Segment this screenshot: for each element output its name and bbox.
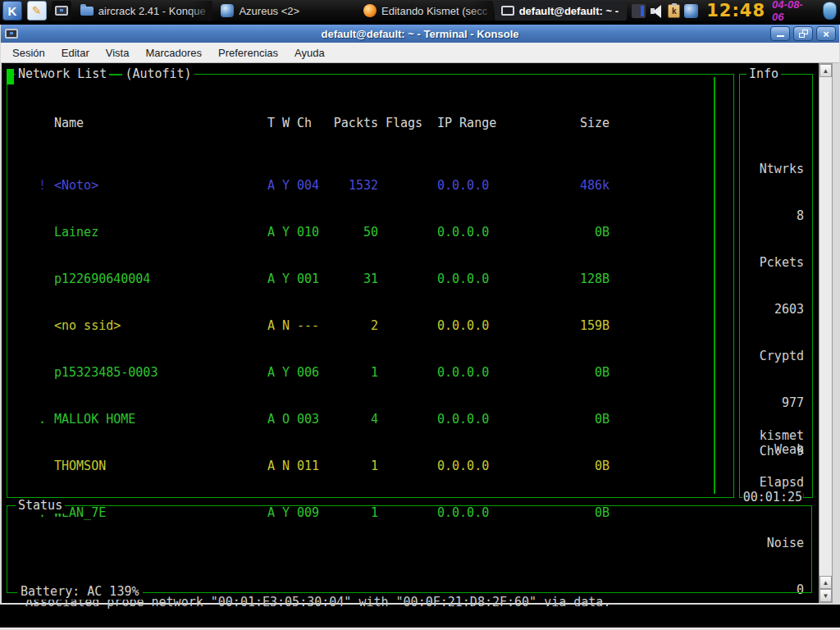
info-panel: Info Ntwrks 8 Pckets 2603 Cryptd 977 Wea…: [739, 74, 813, 498]
network-row: Lainez A Y 010 50 0.0.0.0 0B: [7, 225, 733, 240]
menu-editar[interactable]: Editar: [55, 44, 96, 62]
date[interactable]: 04-08-06: [772, 0, 815, 23]
stat-value: 8: [740, 208, 804, 224]
volume-tray-icon[interactable]: [650, 4, 664, 18]
taskbar: K ✎ aircrack 2.41 - Konque Azureus <2> E…: [0, 0, 840, 23]
menu-ayuda[interactable]: Ayuda: [288, 44, 331, 62]
taskbar-task-konqueror[interactable]: aircrack 2.41 - Konque: [74, 1, 213, 21]
network-list-mode: (Autofit): [122, 66, 194, 82]
stat-value: 977: [740, 395, 804, 411]
info-panel-title: Info: [746, 66, 781, 82]
task-label: Azureus <2>: [239, 5, 299, 17]
status-panel: Status Associated probe network "00:01:E…: [7, 505, 812, 593]
network-list-header: Name T W Ch Packts Flags IP Range Size: [7, 116, 733, 131]
close-button[interactable]: ×: [816, 26, 836, 41]
info-elapsed-label: Elapsd: [760, 475, 804, 491]
maximize-icon: [799, 30, 808, 38]
task-label: aircrack 2.41 - Konque: [98, 5, 206, 17]
taskbar-task-konsole[interactable]: default@default: ~ -: [495, 1, 628, 21]
info-server: kismet: [760, 428, 804, 444]
task-label: Editando Kismet (secc: [381, 5, 487, 17]
network-row: p15323485-0003 A Y 006 1 0.0.0.0 0B: [7, 365, 733, 381]
terminal-icon: [501, 6, 514, 16]
network-row: THOMSON A N 011 1 0.0.0.0 0B: [7, 459, 733, 474]
azureus-icon: [221, 4, 234, 17]
info-elapsed-time: 00:01:25: [742, 490, 803, 505]
terminal-cursor: [7, 69, 14, 84]
window-icon: [5, 29, 18, 39]
stat-label: Ntwrks: [740, 162, 804, 177]
menu-preferencias[interactable]: Preferencias: [212, 44, 285, 62]
scroll-up-button[interactable]: ▲: [819, 64, 832, 77]
network-row: ! <Noto> A Y 004 1532 0.0.0.0 486k: [7, 178, 733, 194]
menu-vista[interactable]: Vista: [99, 44, 136, 62]
klipper-tray-icon[interactable]: k: [668, 4, 680, 18]
window-title: default@default: ~ - Terminal - Konsole: [1, 28, 839, 40]
close-icon: ×: [823, 29, 829, 39]
arrow-up-icon: ▲: [823, 579, 829, 587]
network-monitor-tray-icon[interactable]: [632, 4, 646, 18]
scroll-up-button-bottom[interactable]: ▲: [819, 576, 832, 589]
menubar: Sesión Editar Vista Marcadores Preferenc…: [1, 43, 839, 63]
terminal-screen[interactable]: Network List (Autofit) Name T W Ch Packt…: [2, 63, 819, 603]
system-launcher-icon[interactable]: [52, 1, 71, 21]
konsole-window: default@default: ~ - Terminal - Konsole …: [0, 25, 840, 605]
network-list-panel: Network List (Autofit) Name T W Ch Packt…: [7, 74, 734, 498]
folder-icon: [80, 7, 94, 16]
arrow-down-icon: ▼: [823, 592, 829, 600]
notes-launcher-icon[interactable]: ✎: [27, 1, 47, 21]
network-row: p122690640004 A Y 001 31 0.0.0.0 128B: [7, 272, 733, 287]
taskbar-task-firefox[interactable]: Editando Kismet (secc: [357, 1, 493, 21]
status-line: Associated probe network "00:01:E3:05:30…: [25, 595, 811, 610]
network-row: <no ssid> A N --- 2 0.0.0.0 159B: [7, 318, 733, 334]
clock[interactable]: 12:48: [706, 1, 765, 21]
maximize-button[interactable]: [793, 26, 813, 41]
minimize-button[interactable]: [770, 26, 790, 41]
monitor-icon: [55, 6, 68, 16]
info-channel: Ch: 9: [760, 444, 804, 459]
kde-menu-icon[interactable]: K: [2, 1, 22, 21]
firefox-icon: [363, 4, 377, 17]
border-dash: [109, 74, 122, 75]
terminal-scrollbar[interactable]: ▲ ▲ ▼: [819, 63, 833, 603]
jug-tray-icon[interactable]: [823, 2, 837, 20]
stat-value: 2603: [740, 302, 804, 317]
system-tray: k: [632, 4, 698, 18]
network-row: . MALLOK HOME A O 003 4 0.0.0.0 0B: [7, 412, 733, 427]
scroll-down-button[interactable]: ▼: [819, 589, 832, 602]
arrow-up-icon: ▲: [823, 67, 829, 75]
stat-label: Pckets: [740, 255, 804, 271]
menu-marcadores[interactable]: Marcadores: [139, 44, 208, 62]
minimize-icon: [777, 35, 784, 37]
task-label: default@default: ~ -: [519, 5, 619, 17]
window-titlebar[interactable]: default@default: ~ - Terminal - Konsole …: [1, 25, 839, 43]
azureus-tray-icon[interactable]: [684, 4, 698, 18]
battery-status: Battery: AC 139%: [17, 584, 143, 600]
status-panel-title: Status: [16, 498, 65, 514]
taskbar-task-azureus[interactable]: Azureus <2>: [214, 1, 355, 21]
menu-sesion[interactable]: Sesión: [6, 44, 52, 62]
network-list-body: Name T W Ch Packts Flags IP Range Size !…: [7, 84, 733, 552]
stat-label: Cryptd: [740, 349, 804, 364]
network-list-title: Network List: [16, 66, 109, 82]
